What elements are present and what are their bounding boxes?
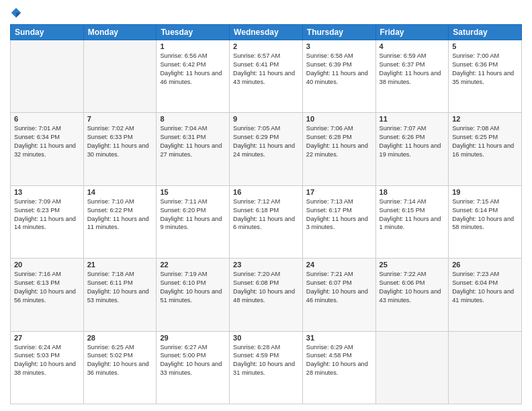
day-number: 2 [233,42,299,50]
day-info: Sunrise: 7:02 AMSunset: 6:33 PMDaylight:… [87,124,153,159]
calendar-day-cell: 20Sunrise: 7:16 AMSunset: 6:13 PMDayligh… [11,259,84,331]
calendar-day-cell: 23Sunrise: 7:20 AMSunset: 6:08 PMDayligh… [230,259,303,331]
weekday-header: Tuesday [157,25,230,40]
day-number: 21 [87,261,153,269]
logo-icon [10,7,22,19]
day-info: Sunrise: 6:24 AMSunset: 5:03 PMDaylight:… [14,343,80,378]
calendar-day-cell: 2Sunrise: 6:57 AMSunset: 6:41 PMDaylight… [230,40,303,113]
day-info: Sunrise: 7:07 AMSunset: 6:26 PMDaylight:… [380,124,445,159]
day-info: Sunrise: 7:14 AMSunset: 6:15 PMDaylight:… [380,197,445,232]
day-number: 20 [14,261,80,269]
day-info: Sunrise: 7:23 AMSunset: 6:04 PMDaylight:… [452,270,518,305]
calendar-day-cell: 27Sunrise: 6:24 AMSunset: 5:03 PMDayligh… [11,331,84,404]
day-number: 28 [87,334,153,342]
day-info: Sunrise: 6:28 AMSunset: 4:59 PMDaylight:… [233,343,299,378]
calendar-day-cell: 24Sunrise: 7:21 AMSunset: 6:07 PMDayligh… [302,259,375,331]
day-number: 14 [87,188,153,196]
day-number: 1 [160,42,226,50]
calendar-day-cell: 6Sunrise: 7:01 AMSunset: 6:34 PMDaylight… [11,113,84,185]
day-info: Sunrise: 7:13 AMSunset: 6:17 PMDaylight:… [306,197,372,232]
weekday-header: Sunday [11,25,84,40]
day-info: Sunrise: 6:29 AMSunset: 4:58 PMDaylight:… [306,343,372,378]
calendar-day-cell [375,331,449,404]
calendar-day-cell: 12Sunrise: 7:08 AMSunset: 6:25 PMDayligh… [449,113,522,185]
day-info: Sunrise: 7:18 AMSunset: 6:11 PMDaylight:… [87,270,153,305]
calendar-day-cell [83,40,157,113]
calendar-day-cell: 25Sunrise: 7:22 AMSunset: 6:06 PMDayligh… [375,259,449,331]
day-number: 15 [160,188,226,196]
day-number: 13 [14,188,80,196]
day-number: 17 [306,188,372,196]
calendar-day-cell [11,40,84,113]
day-number: 18 [380,188,445,196]
weekday-header: Friday [375,25,449,40]
logo [10,7,24,19]
day-number: 10 [306,115,372,123]
calendar-day-cell: 11Sunrise: 7:07 AMSunset: 6:26 PMDayligh… [375,113,449,185]
day-info: Sunrise: 6:59 AMSunset: 6:37 PMDaylight:… [380,52,445,87]
day-number: 29 [160,334,226,342]
day-info: Sunrise: 7:10 AMSunset: 6:22 PMDaylight:… [87,197,153,232]
weekday-header: Monday [83,25,157,40]
calendar-day-cell: 4Sunrise: 6:59 AMSunset: 6:37 PMDaylight… [375,40,449,113]
day-number: 7 [87,115,153,123]
calendar-week-row: 13Sunrise: 7:09 AMSunset: 6:23 PMDayligh… [11,185,522,258]
calendar-day-cell: 28Sunrise: 6:25 AMSunset: 5:02 PMDayligh… [83,331,157,404]
day-info: Sunrise: 7:15 AMSunset: 6:14 PMDaylight:… [452,197,518,232]
day-number: 9 [233,115,299,123]
day-number: 30 [233,334,299,342]
calendar-day-cell: 31Sunrise: 6:29 AMSunset: 4:58 PMDayligh… [302,331,375,404]
day-info: Sunrise: 7:21 AMSunset: 6:07 PMDaylight:… [306,270,372,305]
day-number: 27 [14,334,80,342]
day-info: Sunrise: 7:16 AMSunset: 6:13 PMDaylight:… [14,270,80,305]
calendar-day-cell: 16Sunrise: 7:12 AMSunset: 6:18 PMDayligh… [230,185,303,258]
calendar-day-cell: 21Sunrise: 7:18 AMSunset: 6:11 PMDayligh… [83,259,157,331]
day-info: Sunrise: 7:22 AMSunset: 6:06 PMDaylight:… [380,270,445,305]
day-info: Sunrise: 7:04 AMSunset: 6:31 PMDaylight:… [160,124,226,159]
calendar-day-cell: 8Sunrise: 7:04 AMSunset: 6:31 PMDaylight… [157,113,230,185]
day-number: 24 [306,261,372,269]
calendar-day-cell: 22Sunrise: 7:19 AMSunset: 6:10 PMDayligh… [157,259,230,331]
day-info: Sunrise: 6:56 AMSunset: 6:42 PMDaylight:… [160,52,226,87]
day-info: Sunrise: 7:19 AMSunset: 6:10 PMDaylight:… [160,270,226,305]
day-info: Sunrise: 7:00 AMSunset: 6:36 PMDaylight:… [452,52,518,87]
day-info: Sunrise: 7:20 AMSunset: 6:08 PMDaylight:… [233,270,299,305]
day-number: 19 [452,188,518,196]
calendar: SundayMondayTuesdayWednesdayThursdayFrid… [10,24,522,404]
day-number: 11 [380,115,445,123]
calendar-day-cell: 10Sunrise: 7:06 AMSunset: 6:28 PMDayligh… [302,113,375,185]
day-info: Sunrise: 7:09 AMSunset: 6:23 PMDaylight:… [14,197,80,232]
day-number: 12 [452,115,518,123]
day-number: 3 [306,42,372,50]
day-number: 31 [306,334,372,342]
day-info: Sunrise: 6:58 AMSunset: 6:39 PMDaylight:… [306,52,372,87]
day-number: 5 [452,42,518,50]
day-info: Sunrise: 7:06 AMSunset: 6:28 PMDaylight:… [306,124,372,159]
calendar-day-cell: 9Sunrise: 7:05 AMSunset: 6:29 PMDaylight… [230,113,303,185]
day-number: 6 [14,115,80,123]
calendar-day-cell: 1Sunrise: 6:56 AMSunset: 6:42 PMDaylight… [157,40,230,113]
calendar-day-cell: 18Sunrise: 7:14 AMSunset: 6:15 PMDayligh… [375,185,449,258]
day-number: 23 [233,261,299,269]
day-info: Sunrise: 7:12 AMSunset: 6:18 PMDaylight:… [233,197,299,232]
weekday-header: Saturday [449,25,522,40]
day-number: 8 [160,115,226,123]
day-info: Sunrise: 6:27 AMSunset: 5:00 PMDaylight:… [160,343,226,378]
calendar-day-cell: 14Sunrise: 7:10 AMSunset: 6:22 PMDayligh… [83,185,157,258]
svg-marker-1 [16,13,21,17]
day-number: 22 [160,261,226,269]
calendar-day-cell: 19Sunrise: 7:15 AMSunset: 6:14 PMDayligh… [449,185,522,258]
day-number: 4 [380,42,445,50]
calendar-day-cell: 15Sunrise: 7:11 AMSunset: 6:20 PMDayligh… [157,185,230,258]
calendar-day-cell: 26Sunrise: 7:23 AMSunset: 6:04 PMDayligh… [449,259,522,331]
day-info: Sunrise: 7:08 AMSunset: 6:25 PMDaylight:… [452,124,518,159]
calendar-day-cell: 3Sunrise: 6:58 AMSunset: 6:39 PMDaylight… [302,40,375,113]
day-info: Sunrise: 6:25 AMSunset: 5:02 PMDaylight:… [87,343,153,378]
weekday-header: Wednesday [230,25,303,40]
calendar-day-cell: 5Sunrise: 7:00 AMSunset: 6:36 PMDaylight… [449,40,522,113]
calendar-day-cell: 17Sunrise: 7:13 AMSunset: 6:17 PMDayligh… [302,185,375,258]
day-info: Sunrise: 6:57 AMSunset: 6:41 PMDaylight:… [233,52,299,87]
calendar-day-cell: 30Sunrise: 6:28 AMSunset: 4:59 PMDayligh… [230,331,303,404]
day-number: 26 [452,261,518,269]
calendar-day-cell: 13Sunrise: 7:09 AMSunset: 6:23 PMDayligh… [11,185,84,258]
